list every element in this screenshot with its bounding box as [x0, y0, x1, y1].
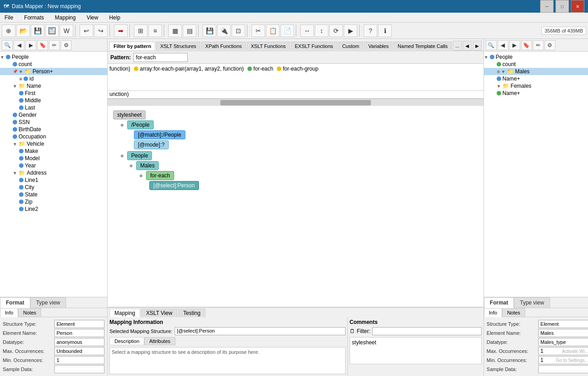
left-next-btn[interactable]: ▶: [25, 40, 36, 50]
right-tree-node-count[interactable]: count: [484, 61, 588, 68]
save-btn[interactable]: 💾: [31, 24, 44, 37]
tree-node-ssn[interactable]: SSN: [0, 119, 107, 126]
tree-node-year[interactable]: Year: [0, 162, 107, 169]
tree-node-occupation[interactable]: Occupation: [0, 133, 107, 140]
tab-typeview-left[interactable]: Type view: [30, 297, 66, 308]
result-foreach[interactable]: for-each: [247, 66, 273, 72]
tree-node-id[interactable]: ◉ id: [0, 75, 107, 82]
tab-xslt-view[interactable]: XSLT View: [141, 309, 177, 317]
right-bookmark-btn[interactable]: 🔖: [521, 40, 532, 50]
tab-custom[interactable]: Custom: [338, 42, 363, 50]
tree-node-count[interactable]: count: [0, 61, 107, 68]
right-next-btn[interactable]: ▶: [509, 40, 520, 50]
right-tree-node-males-name[interactable]: Name+: [484, 75, 588, 82]
tree-node-address[interactable]: ▼ 📁 Address: [0, 169, 107, 176]
address-expand-icon[interactable]: ▼: [13, 171, 18, 176]
person-expand-icon[interactable]: ▼: [19, 69, 24, 74]
tab-named-template-calls[interactable]: Named Template Calls: [394, 42, 451, 50]
refresh-btn[interactable]: ⟳: [329, 24, 343, 37]
tree-node-zip[interactable]: Zip: [0, 198, 107, 205]
add-btn[interactable]: ⊞: [134, 24, 147, 37]
menu-mapping[interactable]: Mapping: [52, 14, 78, 22]
tree-node-make[interactable]: Make: [0, 148, 107, 155]
new-btn[interactable]: ⊕: [2, 24, 15, 37]
right-search-btn[interactable]: 🔍: [486, 40, 497, 50]
right-tree-node-females-name[interactable]: Name+: [484, 90, 588, 97]
left-prev-btn[interactable]: ◀: [14, 40, 24, 50]
info-tab-info-left[interactable]: Info: [0, 308, 18, 317]
xslt-stylesheet-node[interactable]: stylesheet: [113, 110, 146, 119]
menu-view[interactable]: View: [84, 14, 101, 22]
vehicle-expand-icon[interactable]: ▼: [13, 142, 18, 147]
func-nav-next[interactable]: ▶: [473, 41, 482, 51]
undo-btn[interactable]: ↩: [80, 24, 93, 37]
tree-node-state[interactable]: State: [0, 191, 107, 198]
info-tab-info-right[interactable]: Info: [484, 308, 502, 317]
xslt-people-node[interactable]: /People: [127, 120, 154, 129]
func-nav-more[interactable]: ...: [453, 41, 462, 51]
transfer-btn[interactable]: ↔: [300, 24, 314, 37]
tree-node-middle[interactable]: Middle: [0, 97, 107, 104]
xslt-match-node[interactable]: [@match]:/People: [134, 130, 185, 139]
menu-file[interactable]: File: [2, 14, 16, 22]
tab-xslt-structures[interactable]: XSLT Structures: [156, 42, 200, 50]
xslt-mode-node[interactable]: [@mode]:?: [134, 140, 169, 149]
close-btn[interactable]: ✕: [571, 0, 584, 13]
tab-description[interactable]: Description: [109, 337, 144, 345]
right-tree-node-people[interactable]: ▼ People: [484, 53, 588, 61]
list-btn[interactable]: ≡: [148, 24, 162, 37]
tab-exslt-functions[interactable]: EXSLT Functions: [291, 42, 337, 50]
center-hscroll-thumb[interactable]: [220, 100, 370, 105]
grid-btn[interactable]: ▤: [183, 24, 196, 37]
left-bookmark-btn[interactable]: 🔖: [37, 40, 48, 50]
saveas-btn[interactable]: [45, 24, 59, 37]
tab-typeview-right[interactable]: Type view: [514, 297, 550, 308]
tree-node-gender[interactable]: Gender: [0, 111, 107, 119]
left-settings-btn[interactable]: ⚙: [61, 40, 71, 50]
tree-node-name[interactable]: ▼ 📁 Name: [0, 82, 107, 90]
tab-xslt-functions[interactable]: XSLT Functions: [247, 42, 290, 50]
expand-icon[interactable]: ▼: [0, 55, 5, 60]
tab-mapping[interactable]: Mapping: [109, 309, 140, 317]
right-tree-node-males[interactable]: ◉ ▼ 📁 Males: [484, 68, 588, 75]
map-btn[interactable]: ➡: [114, 24, 128, 37]
tab-format-right[interactable]: Format: [484, 297, 514, 308]
mapping-canvas[interactable]: stylesheet ◉ /People [@match]:/People [@…: [108, 106, 484, 307]
menu-formats[interactable]: Formats: [21, 14, 47, 22]
result-function[interactable]: function): [109, 66, 130, 72]
tree-node-city[interactable]: City: [0, 184, 107, 191]
tab-variables[interactable]: Variables: [364, 42, 393, 50]
tree-node-person[interactable]: 📌 ▼ 📁 Person+: [0, 68, 107, 75]
tree-node-model[interactable]: Model: [0, 155, 107, 162]
info-tab-notes-left[interactable]: Notes: [18, 308, 41, 317]
tab-format-left[interactable]: Format: [0, 297, 30, 308]
connect-btn[interactable]: 🔌: [217, 24, 231, 37]
result-foreach-group[interactable]: for-each-group: [277, 66, 318, 72]
xslt-males-node[interactable]: Males: [136, 161, 159, 170]
table-btn[interactable]: ▦: [168, 24, 182, 37]
tab-xpath-functions[interactable]: XPath Functions: [201, 42, 246, 50]
help-btn[interactable]: ?: [364, 24, 377, 37]
right-tree-node-females[interactable]: ▼ 📁 Females: [484, 82, 588, 90]
info-tab-notes-right[interactable]: Notes: [502, 308, 525, 317]
xslt-people2-node[interactable]: People: [127, 151, 152, 160]
minimize-btn[interactable]: ─: [540, 0, 554, 13]
right-prev-btn[interactable]: ◀: [498, 40, 508, 50]
redo-btn[interactable]: ↪: [94, 24, 108, 37]
xslt-foreach-node[interactable]: for-each: [146, 171, 174, 180]
menu-help[interactable]: Help: [106, 14, 123, 22]
right-expand-icon[interactable]: ▼: [484, 55, 489, 60]
center-hscroll[interactable]: [108, 99, 484, 106]
comments-filter-input[interactable]: [372, 327, 482, 335]
tree-node-vehicle[interactable]: ▼ 📁 Vehicle: [0, 140, 107, 148]
copy-btn[interactable]: 📋: [266, 24, 280, 37]
tree-node-line2[interactable]: Line2: [0, 205, 107, 213]
tab-filter-by-pattern[interactable]: Filter by pattern: [109, 42, 155, 50]
right-edit-btn[interactable]: ✏: [533, 40, 544, 50]
name-expand-icon[interactable]: ▼: [13, 84, 18, 89]
right-females-expand-icon[interactable]: ▼: [497, 84, 502, 89]
info-btn[interactable]: ℹ: [378, 24, 392, 37]
swap-btn[interactable]: ↕: [315, 24, 328, 37]
right-settings-btn[interactable]: ⚙: [545, 40, 555, 50]
xslt-select-node[interactable]: [@select]:Person: [149, 181, 199, 190]
